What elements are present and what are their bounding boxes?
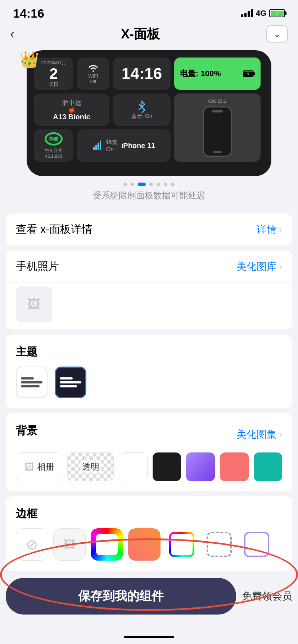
photo-placeholder-icon: 🖼 (27, 297, 40, 312)
border-image-option[interactable]: 🖼 (53, 528, 86, 561)
dot-2 (131, 183, 134, 186)
widget-bluetooth-cell: 蓝牙: On (113, 93, 171, 126)
crown-icon: 👑 (19, 50, 39, 69)
bg-action-text: 美化图集 (236, 428, 277, 441)
widget-date-day: 2 (49, 66, 58, 81)
widget-person-cell: 潘中远 🍎 A13 Bionic (34, 93, 109, 126)
dot-1 (123, 183, 127, 186)
bg-header: 背景 美化图集 › (16, 423, 282, 445)
border-none-option[interactable]: ⊘ (16, 528, 48, 561)
page-title: X-面板 (121, 26, 160, 43)
widget-person-name: 潘中远 (62, 98, 81, 107)
widget-storage-cell: 存储 空闲容量 45.13GB (34, 129, 73, 162)
dotted-border-icon (207, 532, 232, 557)
dot-5 (157, 183, 160, 186)
theme-option-default[interactable] (16, 367, 48, 398)
widget-bluetooth-label: 蓝牙: On (131, 113, 152, 120)
widget-battery-label: 电量: 100% (180, 68, 221, 79)
battery-full-icon (243, 70, 255, 77)
bg-title: 背景 (16, 423, 37, 438)
widget-wifi-status: Off (90, 79, 96, 84)
wifi-icon (87, 63, 100, 73)
widget-date-weekday: 周日 (49, 81, 58, 88)
photos-action[interactable]: 美化图库 › (236, 260, 282, 273)
dot-3-active (138, 183, 146, 186)
bg-album-label: 相册 (37, 461, 54, 473)
widget-date-cell: 2022年01月 2 周日 (34, 58, 73, 90)
svg-rect-6 (95, 145, 97, 150)
border-image-icon: 🖼 (64, 538, 75, 551)
border-dotted-option[interactable] (203, 528, 235, 561)
bg-options: 🖼 相册 透明 (16, 452, 282, 481)
bg-color-pink[interactable] (220, 452, 249, 481)
cellular-icon (92, 141, 103, 151)
bg-transparent-label: 透明 (80, 460, 101, 473)
storage-label-inner: 存储 (49, 136, 58, 142)
widget-phone-mockup-cell: iOS 15.1 (174, 93, 261, 162)
bg-color-purple[interactable] (186, 452, 215, 481)
bg-chevron-icon: › (279, 429, 282, 440)
photos-label: 手机照片 (16, 259, 59, 274)
storage-sub-label: 空闲容量 (45, 148, 62, 154)
status-icons: 4G ⚡ (241, 9, 285, 18)
bg-color-teal[interactable] (254, 452, 283, 481)
bluetooth-icon (137, 100, 146, 113)
chevron-down-icon: ⌄ (274, 29, 281, 39)
border-rainbow-solid-option[interactable] (91, 528, 123, 561)
widget-wifi-label: WIFI (88, 73, 98, 79)
border-title: 边框 (16, 506, 282, 521)
border-diagonal-option[interactable] (128, 528, 161, 561)
border-purple-option[interactable] (240, 528, 273, 561)
nav-bar: ‹ X-面板 ⌄ (0, 22, 298, 47)
page-indicator (0, 176, 298, 190)
battery-fill: ⚡ (271, 11, 284, 16)
back-button[interactable]: ‹ (10, 27, 14, 42)
vip-button[interactable]: 免费领会员 (242, 589, 292, 603)
battery-icon: ⚡ (269, 9, 285, 17)
theme-title: 主题 (16, 345, 282, 359)
svg-rect-5 (93, 147, 95, 150)
photo-placeholder[interactable]: 🖼 (16, 286, 52, 322)
dot-7 (171, 183, 175, 186)
info-action-text: 详情 (257, 223, 277, 236)
dot-6 (164, 183, 167, 186)
widget-grid: 2022年01月 2 周日 WIFI Off 14:16 电量: 100% (34, 58, 261, 162)
battery-container: ⚡ (269, 9, 285, 17)
status-bar: 14:16 4G ⚡ (0, 0, 298, 22)
info-action[interactable]: 详情 › (257, 223, 282, 236)
theme-options (16, 367, 282, 398)
bg-album-option[interactable]: 🖼 相册 (16, 452, 62, 481)
storage-ring: 存储 (45, 132, 63, 146)
svg-rect-8 (100, 141, 101, 150)
border-section: 边框 ⊘ 🖼 (6, 496, 292, 571)
info-label: 查看 x-面板详情 (16, 222, 92, 237)
theme-section: 主题 (6, 335, 292, 408)
theme-option-dark[interactable] (55, 367, 86, 398)
bg-action[interactable]: 美化图集 › (236, 428, 282, 441)
nav-action-button[interactable]: ⌄ (266, 25, 288, 43)
theme-light-icon (21, 377, 42, 387)
widget-time-cell: 14:16 (113, 58, 171, 90)
home-indicator (0, 632, 298, 644)
network-label: 4G (256, 9, 266, 18)
bg-color-white[interactable] (119, 452, 148, 481)
photos-header-row: 手机照片 美化图库 › (6, 250, 292, 283)
border-options: ⊘ 🖼 (16, 528, 282, 561)
save-button[interactable]: 保存到我的组件 (6, 578, 236, 615)
info-row[interactable]: 查看 x-面板详情 详情 › (6, 213, 292, 245)
bg-transparent-option[interactable]: 透明 (67, 452, 114, 481)
theme-dark-icon (60, 377, 81, 387)
info-section: 查看 x-面板详情 详情 › (6, 213, 292, 245)
photos-chevron-icon: › (279, 261, 282, 272)
widget-card[interactable]: 2022年01月 2 周日 WIFI Off 14:16 电量: 100% (27, 50, 271, 176)
bottom-actions: 保存到我的组件 免费领会员 (6, 578, 292, 615)
phone-mockup-image (203, 106, 232, 157)
bg-color-black[interactable] (153, 452, 181, 481)
info-chevron-icon: › (279, 224, 282, 235)
widget-device-name: iPhone 11 (121, 142, 155, 150)
bottom-actions-wrapper: 保存到我的组件 免费领会员 (0, 578, 298, 615)
widget-cellular-label: 蜂窝 (106, 139, 118, 146)
album-icon: 🖼 (24, 461, 34, 473)
delay-notice: 受系统限制面板数据可能延迟 (0, 190, 298, 208)
border-rainbow-outline-option[interactable] (166, 528, 198, 561)
